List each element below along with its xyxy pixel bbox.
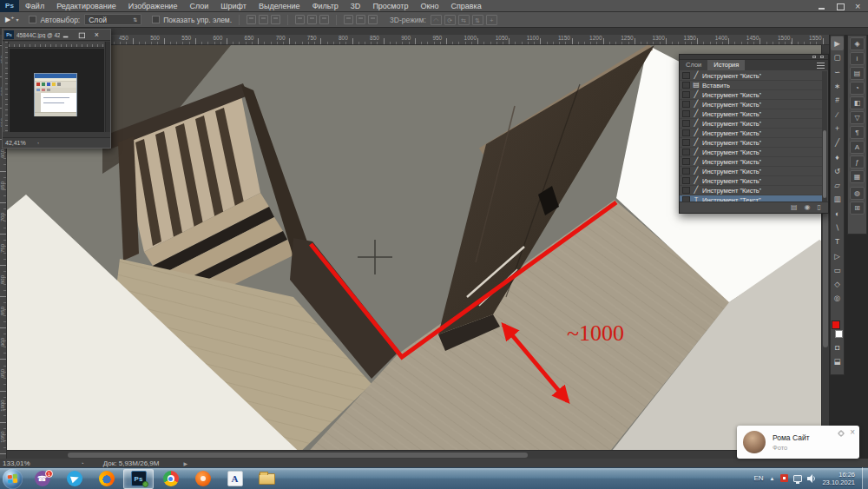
background-color-swatch[interactable]	[835, 330, 843, 338]
history-state-row[interactable]: Инструмент "Кисть"	[680, 157, 823, 167]
history-state-row[interactable]: Инструмент "Кисть"	[680, 138, 823, 148]
taskbar-a-app-icon[interactable]: A	[220, 469, 250, 489]
taskbar-chrome-icon[interactable]	[155, 469, 186, 489]
history-source-well[interactable]	[682, 187, 690, 194]
panel-icon[interactable]: A	[850, 141, 865, 154]
panel-icon[interactable]: ▦	[850, 170, 865, 183]
panel-icon[interactable]: ◍	[850, 187, 865, 200]
zoom-level-field[interactable]: 42,41%	[5, 140, 26, 146]
menu-type[interactable]: Шрифт	[214, 0, 253, 12]
show-transform-checkbox[interactable]	[152, 16, 160, 23]
floating-document-window[interactable]: Ps 45844C.jpg @ 42,4...	[2, 29, 111, 149]
minimize-icon[interactable]	[818, 3, 826, 10]
menu-edit[interactable]: Редактирование	[50, 0, 122, 12]
start-button[interactable]	[3, 469, 23, 489]
history-state-row[interactable]: Инструмент "Кисть"	[680, 176, 823, 186]
taskbar-orange-app-icon[interactable]	[187, 469, 218, 489]
restore-icon[interactable]	[78, 31, 85, 37]
taskbar-photoshop-icon[interactable]: Ps	[123, 469, 154, 489]
history-state-row[interactable]: Инструмент "Кисть"	[680, 90, 823, 100]
floating-doc-titlebar[interactable]: Ps 45844C.jpg @ 42,4...	[3, 30, 110, 41]
align-top-icon[interactable]	[295, 15, 305, 24]
history-state-row[interactable]: Инструмент "Кисть"	[680, 186, 823, 195]
history-source-well[interactable]	[682, 177, 690, 184]
history-source-well[interactable]	[682, 110, 690, 117]
align-middle-icon[interactable]	[307, 15, 317, 24]
distribute-right-icon[interactable]	[368, 15, 378, 24]
menu-file[interactable]: Файл	[19, 0, 50, 12]
history-state-row[interactable]: Инструмент "Кисть"	[680, 119, 823, 129]
floating-doc-canvas[interactable]	[10, 49, 104, 132]
align-left-icon[interactable]	[247, 15, 256, 24]
panel-icon[interactable]: ƒ	[850, 155, 865, 169]
align-right-icon[interactable]	[271, 15, 280, 24]
panel-icon[interactable]: ▽	[850, 111, 865, 124]
volume-icon[interactable]	[807, 474, 817, 483]
telegram-notification[interactable]: Рома Сайт Фото ×	[737, 426, 859, 459]
mini-scrollbar[interactable]	[105, 42, 110, 132]
menu-help[interactable]: Справка	[444, 0, 487, 12]
show-desktop-button[interactable]	[862, 467, 868, 489]
hidden-icons-arrow-icon[interactable]: ▲	[770, 476, 775, 481]
scrollbar-thumb[interactable]	[68, 453, 528, 458]
taskbar-file-manager-icon[interactable]	[252, 469, 282, 489]
taskbar-telegram-icon[interactable]	[59, 469, 89, 489]
panel-icon[interactable]: ◧	[850, 96, 865, 109]
tool-icon[interactable]: ▷	[831, 248, 844, 262]
tool-icon[interactable]: ◎	[831, 291, 844, 305]
history-state-row[interactable]: Инструмент "Кисть"	[680, 148, 823, 157]
tool-icon[interactable]: ♦	[831, 149, 844, 163]
tool-icon[interactable]: ╱	[831, 135, 844, 149]
panel-icon[interactable]: ◔	[850, 82, 865, 95]
history-state-row[interactable]: Инструмент "Кисть"	[680, 100, 823, 109]
taskbar-firefox-icon[interactable]	[91, 469, 122, 489]
panel-icon[interactable]: ¶	[850, 126, 865, 139]
panel-icon[interactable]: i	[850, 52, 865, 65]
autoselect-checkbox[interactable]	[29, 16, 36, 23]
history-scrollbar[interactable]	[822, 71, 827, 203]
distribute-left-icon[interactable]	[344, 15, 353, 24]
status-menu-arrow-icon[interactable]: ▶	[183, 460, 187, 466]
history-source-well[interactable]	[682, 91, 690, 98]
history-source-well[interactable]	[682, 158, 690, 165]
clock[interactable]: 16:26 23.10.2021	[822, 471, 855, 486]
chevron-down-icon[interactable]: ▾	[16, 17, 18, 23]
tool-icon[interactable]: ∕	[831, 107, 844, 121]
history-state-row[interactable]: Инструмент "Кисть"	[680, 109, 823, 119]
close-icon[interactable]: ×	[850, 427, 855, 437]
panel-icon[interactable]: ▤	[850, 67, 865, 80]
minimize-icon[interactable]	[62, 31, 69, 37]
history-source-well[interactable]	[682, 120, 690, 127]
menu-image[interactable]: Изображение	[122, 0, 184, 12]
tool-icon[interactable]: ▶	[831, 36, 844, 50]
tool-icon[interactable]: ▱	[831, 178, 844, 192]
scrollbar-thumb[interactable]	[823, 130, 826, 198]
3d-rotate-icon[interactable]: ◠	[431, 15, 442, 25]
history-state-row[interactable]: Инструмент "Кисть"	[680, 167, 823, 176]
tool-icon[interactable]: +	[831, 122, 844, 135]
panel-icon[interactable]: ⊞	[850, 202, 865, 215]
tool-icon[interactable]: ▥	[831, 192, 844, 206]
tray-red-app-icon[interactable]	[780, 474, 788, 482]
tab-layers[interactable]: Слои	[680, 60, 707, 70]
history-source-well[interactable]	[682, 129, 690, 136]
tool-icon[interactable]: ▭	[831, 263, 844, 277]
tool-icon[interactable]: ◐	[831, 207, 844, 221]
tool-icon[interactable]: ∗	[831, 79, 844, 93]
autoselect-target-dropdown[interactable]: Слой ⇅	[84, 14, 141, 25]
new-snapshot-icon[interactable]: ◉	[805, 203, 811, 212]
3d-scale-icon[interactable]: +	[486, 15, 497, 25]
tool-icon[interactable]: #	[831, 93, 844, 107]
tool-icon[interactable]: T	[831, 235, 844, 248]
horizontal-scrollbar[interactable]	[7, 450, 829, 459]
menu-view[interactable]: Просмотр	[366, 0, 414, 12]
tool-icon[interactable]: ∽	[831, 65, 844, 79]
history-source-well[interactable]	[682, 82, 690, 89]
history-state-row[interactable]: Вставить	[680, 81, 823, 90]
tool-icon[interactable]: ↺	[831, 164, 844, 178]
history-source-well[interactable]	[682, 139, 690, 146]
close-icon[interactable]	[94, 31, 101, 37]
taskbar-viber-icon[interactable]: ☎ 1	[27, 469, 57, 489]
menu-select[interactable]: Выделение	[253, 0, 306, 12]
delete-state-icon[interactable]: ▯	[818, 203, 821, 212]
